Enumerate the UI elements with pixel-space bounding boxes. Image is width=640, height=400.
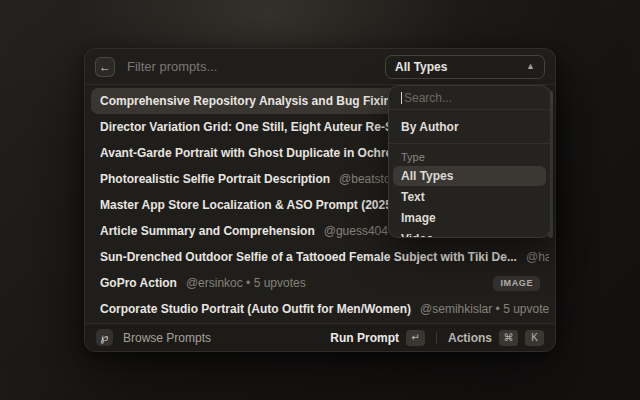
dropdown-option-text[interactable]: Text bbox=[393, 187, 546, 207]
dropdown-item-by-author[interactable]: By Author bbox=[389, 110, 550, 143]
list-item[interactable]: GoPro Action@ersinkoc • 5 upvotesIMAGE bbox=[91, 270, 549, 296]
prompts-app-icon: ℘ bbox=[96, 329, 113, 346]
dropdown-options: All TypesTextImageVideo bbox=[389, 165, 550, 238]
type-filter-dropdown-menu: Search... By Author Type All TypesTextIm… bbox=[388, 85, 551, 238]
divider bbox=[436, 332, 437, 344]
prompt-meta: @hasangariban • 5 upvotes bbox=[526, 250, 549, 264]
prompt-browser-window: ← Filter prompts... All Types ▲ Comprehe… bbox=[84, 48, 556, 352]
prompt-meta: @semihkislar • 5 upvotes bbox=[420, 302, 549, 316]
type-badge: IMAGE bbox=[493, 276, 540, 291]
back-arrow-icon: ← bbox=[99, 60, 111, 74]
enter-key-icon: ↵ bbox=[406, 330, 425, 346]
list-item[interactable]: Corporate Studio Portrait (Auto Outfit f… bbox=[91, 296, 549, 322]
prompt-title: Director Variation Grid: One Still, Eigh… bbox=[100, 120, 426, 134]
prompt-meta: @ersinkoc • 5 upvotes bbox=[186, 276, 306, 290]
dropdown-search-placeholder: Search... bbox=[404, 91, 452, 105]
dropdown-option-image[interactable]: Image bbox=[393, 208, 546, 228]
prompt-title: Article Summary and Comprehension bbox=[100, 224, 315, 238]
dropdown-search-input[interactable]: Search... bbox=[389, 86, 550, 109]
back-button[interactable]: ← bbox=[95, 57, 115, 77]
list-item[interactable]: Sun-Drenched Outdoor Selfie of a Tattooe… bbox=[91, 244, 549, 270]
desktop-background: ← Filter prompts... All Types ▲ Comprehe… bbox=[0, 0, 640, 400]
header: ← Filter prompts... All Types ▲ bbox=[85, 49, 555, 85]
run-prompt-button[interactable]: Run Prompt bbox=[330, 331, 399, 345]
footer-actions: Run Prompt ↵ Actions ⌘ K bbox=[330, 330, 544, 346]
type-filter-value: All Types bbox=[395, 60, 447, 74]
dropdown-option-all-types[interactable]: All Types bbox=[393, 166, 546, 186]
footer-app-name: Browse Prompts bbox=[123, 331, 211, 345]
dropdown-section-label: Type bbox=[389, 144, 550, 165]
chevron-up-icon: ▲ bbox=[526, 61, 535, 71]
command-key-icon: ⌘ bbox=[499, 330, 518, 346]
dropdown-option-video[interactable]: Video bbox=[393, 229, 546, 238]
prompt-title: Sun-Drenched Outdoor Selfie of a Tattooe… bbox=[100, 250, 517, 264]
filter-input[interactable]: Filter prompts... bbox=[127, 59, 217, 74]
type-filter-dropdown-button[interactable]: All Types ▲ bbox=[385, 55, 545, 79]
actions-button[interactable]: Actions bbox=[448, 331, 492, 345]
k-key-icon: K bbox=[525, 330, 544, 346]
prompt-title: GoPro Action bbox=[100, 276, 177, 290]
prompt-title: Photorealistic Selfie Portrait Descripti… bbox=[100, 172, 330, 186]
text-caret bbox=[401, 92, 402, 104]
footer: ℘ Browse Prompts Run Prompt ↵ Actions ⌘ … bbox=[85, 323, 555, 351]
prompt-title: Corporate Studio Portrait (Auto Outfit f… bbox=[100, 302, 411, 316]
prompt-title: Avant-Garde Portrait with Ghost Duplicat… bbox=[100, 146, 433, 160]
